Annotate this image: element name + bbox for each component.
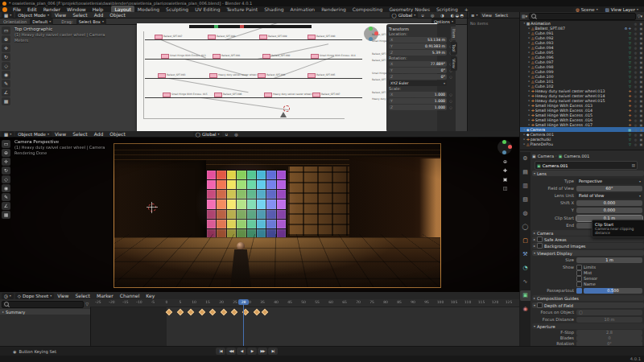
plan-fixture[interactable]: Small Hinge With Excess .014 [311, 54, 319, 59]
transform-orientation[interactable]: ◯ Global▾ [390, 12, 419, 19]
hide-eye-icon[interactable]: ◎ [633, 27, 638, 31]
outliner-row[interactable]: ▸ ✛ Small Hinge With Excess .013 ✛ ◎ ▣ [520, 103, 644, 108]
snap-magnet-icon[interactable]: ∪ [418, 13, 427, 18]
display-size-field[interactable]: 1 m [576, 257, 642, 263]
playhead-line[interactable] [243, 299, 244, 346]
tool-button[interactable]: ↻ [2, 53, 10, 61]
outliner-row[interactable]: ▸ ◬ Cube.093 ▽ ◎ ▣ [520, 40, 644, 45]
properties-tab-icon[interactable]: ▧ [520, 195, 530, 205]
viewport-menu-item[interactable]: Select [69, 12, 91, 18]
n-panel-tab[interactable]: View [451, 56, 457, 71]
plan-fixture[interactable]: Small Hinge With Excess .013 [161, 54, 169, 59]
disable-render-icon[interactable]: ▣ [638, 133, 644, 137]
properties-tab-icon[interactable]: ◍ [520, 208, 530, 219]
hide-eye-icon[interactable]: ◎ [633, 65, 638, 69]
outliner-row[interactable]: ▸ ✛ Small Hinge With Excess .015 ✛ ◎ ▣ [520, 113, 644, 117]
dopesheet-mode-dropdown[interactable]: ◇ Dope Sheet▾ [15, 293, 54, 299]
tool-button[interactable]: ✎ [2, 80, 10, 88]
plan-fixture[interactable]: Ballast_SPT.097 [312, 93, 320, 97]
disable-render-icon[interactable]: ▣ [638, 31, 644, 35]
disable-render-icon[interactable]: ▣ [638, 128, 644, 132]
keyframe-diamond[interactable] [199, 309, 205, 315]
plan-fixture[interactable]: Heavy duty swivel caster wheel.014 [264, 93, 272, 97]
outliner-row[interactable]: ▸ ✛ Small Hinge With Excess .014 ✛ ◎ ▣ [520, 108, 644, 113]
hide-eye-icon[interactable]: ◎ [633, 75, 638, 79]
tool-button[interactable]: ▦ [2, 211, 10, 219]
dope-menu-item[interactable]: View [54, 293, 72, 298]
dope-menu-item[interactable]: Channel [117, 293, 143, 298]
plan-fixture[interactable]: Ballast_SPT.090 [308, 35, 316, 39]
keying-icon[interactable]: ◉ [13, 349, 16, 354]
tool-button[interactable]: ▭ [2, 140, 10, 148]
plan-fixture[interactable]: Ballast_SPT.096 [214, 93, 222, 97]
hide-eye-icon[interactable]: ◎ [633, 118, 638, 122]
hide-eye-icon[interactable]: ◎ [633, 128, 638, 132]
lock-icon[interactable]: ○ [448, 93, 453, 97]
aperture-header[interactable]: ▾Aperture [532, 323, 644, 329]
properties-tab-icon[interactable]: ▣ [520, 290, 530, 301]
shading-mode-icons[interactable]: ◐ ◒ ◓ [448, 13, 467, 18]
disable-render-icon[interactable]: ▣ [638, 36, 644, 40]
plan-camera-symbol[interactable] [280, 112, 287, 117]
id-name-field[interactable]: ▣ Camera.001 ▤ [535, 161, 638, 170]
properties-tab-icon[interactable]: ▢ [520, 236, 530, 246]
disable-render-icon[interactable]: ▣ [638, 41, 644, 45]
safe-areas-checkbox[interactable] [537, 237, 543, 242]
shift-y-field[interactable]: 0.000 [576, 208, 642, 213]
passepartout-slider[interactable]: 0.500 [584, 288, 642, 294]
properties-tab-icon[interactable]: ◯ [520, 222, 530, 232]
tool-button[interactable]: ∠ [2, 202, 10, 210]
lens-type-dropdown[interactable]: Perspective▾ [576, 179, 642, 184]
tool-button[interactable]: ✎ [2, 193, 10, 201]
show-name-option[interactable]: Name [576, 282, 596, 287]
keyframe-diamond[interactable] [262, 309, 268, 315]
disable-render-icon[interactable]: ▣ [638, 46, 644, 50]
editor-type-button[interactable]: ◷▾ [2, 293, 14, 299]
hide-eye-icon[interactable]: ◎ [633, 41, 638, 45]
pan-hand-icon[interactable]: ✚ [501, 167, 510, 175]
keyframe-diamond[interactable] [188, 309, 194, 315]
location-x-field[interactable]: X53.134 m [389, 37, 447, 43]
plan-fixture[interactable]: Ballast_SPT.089 [259, 35, 267, 39]
outliner-row[interactable]: ▸ ✛ Heavy duty swivel caster wheel.015 ✛… [520, 98, 644, 103]
info-editor-type-button[interactable]: ≡▾ [469, 12, 481, 19]
plan-fixture[interactable]: Ballast_SPT.088 [208, 35, 216, 39]
properties-tab-icon[interactable]: ◉ [520, 304, 530, 315]
outliner-search-input[interactable] [538, 14, 633, 19]
dope-menu-item[interactable]: Key [142, 293, 158, 298]
outliner-display-mode-icon[interactable]: ▥▾ [522, 14, 527, 19]
tool-button[interactable]: ◇ [2, 175, 10, 183]
fake-user-shield-icon[interactable]: ▤ [632, 163, 635, 167]
proportional-edit-icon[interactable]: ◎ [231, 132, 241, 137]
background-images-checkbox[interactable] [537, 243, 543, 249]
tool-button[interactable]: ✛ [2, 44, 10, 52]
outliner-row[interactable]: ▸ ◆ Camera ▦ ◎ ▣ [520, 127, 644, 132]
focus-object-field[interactable]: ▢ [576, 310, 642, 315]
plan-fixture[interactable]: Ballast_SPT.094 [258, 73, 266, 78]
disable-render-icon[interactable]: ▣ [638, 109, 644, 113]
viewport-menu-item[interactable]: Add [91, 12, 107, 18]
menu-item[interactable]: Window [64, 6, 89, 12]
playback-button[interactable]: ◀◀ [226, 348, 236, 355]
hide-eye-icon[interactable]: ◎ [633, 31, 638, 35]
outliner-row[interactable]: ▸ ◬ Ballast_SPT.087 ⚙ ✛ ◎ ▣ [520, 26, 644, 31]
tool-button[interactable]: ⊕ [2, 35, 10, 43]
lock-icon[interactable]: ○ [448, 105, 453, 109]
playback-button[interactable]: |◀ [216, 348, 225, 355]
outliner-filter-icon[interactable]: ▽▾ [638, 14, 642, 19]
keyframe-diamond[interactable] [166, 309, 172, 315]
hide-eye-icon[interactable]: ◎ [633, 142, 638, 146]
hide-eye-icon[interactable]: ◎ [633, 22, 638, 26]
hide-eye-icon[interactable]: ◎ [633, 60, 638, 64]
plan-fixture[interactable]: Ballast_SPT.087 [155, 35, 163, 39]
scale-z-field[interactable]: Z1.000 [389, 105, 447, 110]
hide-eye-icon[interactable]: ◎ [633, 113, 638, 117]
disable-render-icon[interactable]: ▣ [638, 27, 644, 31]
disable-render-icon[interactable]: ▣ [638, 118, 644, 122]
outliner-row[interactable]: ▸ ◬ Cube.096 ▽ ◎ ▣ [520, 55, 644, 60]
plan-fixture[interactable]: Ballast_SPT.095 [308, 73, 316, 78]
rotation-mode-dropdown[interactable]: XYZ Euler▾ [389, 80, 447, 86]
hide-eye-icon[interactable]: ◎ [633, 56, 638, 60]
name-checkbox[interactable] [576, 282, 582, 287]
lens-panel-header[interactable]: ▾Lens [532, 171, 644, 176]
